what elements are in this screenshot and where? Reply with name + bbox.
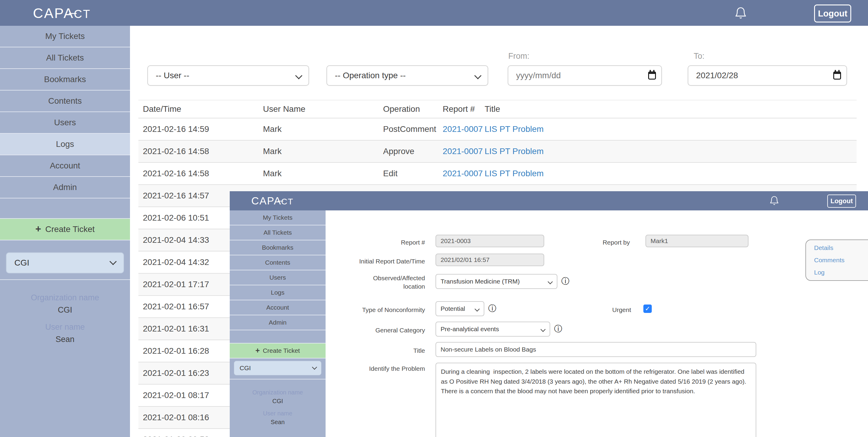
- cell-report: 2021-0007: [443, 169, 485, 178]
- chevron-down-icon: [295, 72, 302, 79]
- logo-dash: [69, 13, 77, 14]
- info-icon[interactable]: ⓘ: [554, 325, 562, 333]
- chevron-down-icon: [109, 258, 117, 265]
- sidebar-spacer: [230, 330, 326, 344]
- general-category-label: General Category: [326, 326, 425, 334]
- observed-location-select[interactable]: Transfusion Medicine (TRM): [435, 274, 557, 289]
- info-icon[interactable]: ⓘ: [561, 277, 569, 285]
- table-row: 2021-02-16 14:58MarkApprove2021-0007LIS …: [138, 141, 857, 163]
- sidebar-item-all-tickets[interactable]: All Tickets: [230, 225, 326, 240]
- col-datetime: Date/Time: [143, 104, 263, 114]
- urgent-label: Urgent: [581, 306, 631, 314]
- organization-select-value: CGI: [240, 365, 251, 372]
- cell-operation: Approve: [383, 147, 443, 156]
- user-filter-select[interactable]: -- User --: [147, 65, 309, 86]
- observed-location-label: Observed/Affected location: [365, 274, 425, 291]
- ticket-title-input[interactable]: [435, 342, 756, 357]
- ticket-title-link[interactable]: LIS PT Problem: [485, 169, 544, 178]
- operation-type-filter-select[interactable]: -- Operation type --: [327, 65, 488, 86]
- report-link[interactable]: 2021-0007: [443, 147, 483, 156]
- from-date-input[interactable]: [508, 65, 662, 86]
- sidebar-item-users[interactable]: Users: [0, 112, 130, 134]
- organization-name-value: CGI: [0, 305, 130, 315]
- sidebar-item-logs[interactable]: Logs: [0, 134, 130, 155]
- organization-select[interactable]: CGI: [234, 361, 321, 375]
- organization-select[interactable]: CGI: [6, 252, 124, 273]
- logo-dash: [278, 201, 283, 202]
- info-icon[interactable]: ⓘ: [488, 304, 496, 313]
- main-topbar: CAPACT Logout: [0, 0, 868, 26]
- cell-datetime: 2021-02-16 14:59: [143, 124, 263, 134]
- panel-link-log[interactable]: Log: [814, 269, 868, 276]
- sidebar-item-contents[interactable]: Contents: [0, 90, 130, 112]
- sidebar-item-bookmarks[interactable]: Bookmarks: [0, 69, 130, 90]
- sidebar-items: My TicketsAll TicketsBookmarksContentsUs…: [230, 210, 326, 330]
- cell-title: LIS PT Problem: [485, 147, 857, 156]
- report-by-field: Mark1: [646, 235, 748, 247]
- sidebar-spacer: [0, 198, 130, 219]
- logout-button[interactable]: Logout: [814, 4, 851, 23]
- ticket-title-link[interactable]: LIS PT Problem: [485, 124, 544, 134]
- identify-problem-textarea[interactable]: During a cleaning inspection, 2 labels w…: [435, 363, 756, 437]
- chevron-down-icon: [312, 365, 317, 370]
- report-number-label: Report #: [326, 238, 425, 247]
- calendar-icon[interactable]: [648, 71, 656, 80]
- create-ticket-button[interactable]: + Create Ticket: [0, 219, 130, 240]
- cell-title: LIS PT Problem: [485, 169, 857, 178]
- app-logo: CAPACT: [251, 195, 293, 207]
- urgent-checkbox[interactable]: [643, 304, 652, 313]
- sidebar-item-bookmarks[interactable]: Bookmarks: [230, 240, 326, 255]
- observed-location-value: Transfusion Medicine (TRM): [441, 278, 520, 285]
- sidebar-item-all-tickets[interactable]: All Tickets: [0, 47, 130, 69]
- report-link[interactable]: 2021-0007: [443, 124, 483, 134]
- organization-name-label: Organization name: [0, 293, 130, 302]
- cell-title: LIS PT Problem: [485, 124, 857, 134]
- plus-icon: +: [255, 346, 260, 355]
- sidebar-item-users[interactable]: Users: [230, 270, 326, 285]
- main-sidebar: My TicketsAll TicketsBookmarksContentsUs…: [0, 26, 130, 437]
- col-report: Report #: [443, 104, 485, 114]
- report-number-field: 2021-0003: [435, 235, 544, 247]
- org-select-row: CGI: [230, 358, 326, 379]
- notifications-bell-icon[interactable]: [734, 6, 748, 20]
- app-logo: CAPACT: [33, 5, 91, 21]
- from-date-wrap: [508, 65, 662, 86]
- sidebar-item-my-tickets[interactable]: My Tickets: [230, 210, 326, 225]
- create-ticket-button[interactable]: + Create Ticket: [230, 344, 326, 358]
- user-name-value: Sean: [0, 335, 130, 344]
- cell-username: Mark: [263, 147, 383, 156]
- sidebar-item-account[interactable]: Account: [230, 300, 326, 315]
- calendar-icon[interactable]: [833, 71, 841, 80]
- col-title: Title: [485, 104, 857, 114]
- sidebar-item-logs[interactable]: Logs: [230, 285, 326, 300]
- general-category-select[interactable]: Pre-analytical events: [435, 322, 550, 337]
- organization-select-value: CGI: [14, 258, 29, 268]
- report-link[interactable]: 2021-0007: [443, 169, 483, 178]
- general-category-value: Pre-analytical events: [441, 325, 499, 333]
- sidebar-item-my-tickets[interactable]: My Tickets: [0, 26, 130, 47]
- user-name-label: User name: [230, 410, 326, 417]
- logout-button[interactable]: Logout: [827, 195, 856, 208]
- panel-link-comments[interactable]: Comments: [814, 257, 868, 264]
- org-select-row: CGI: [0, 240, 130, 280]
- sidebar-item-account[interactable]: Account: [0, 155, 130, 177]
- cell-operation: PostComment: [383, 124, 443, 134]
- sidebar-item-contents[interactable]: Contents: [230, 255, 326, 270]
- chevron-down-icon: [475, 307, 480, 312]
- panel-link-details[interactable]: Details: [814, 244, 868, 252]
- chevron-down-icon: [540, 327, 546, 332]
- create-ticket-label: Create Ticket: [263, 347, 300, 354]
- sidebar-item-admin[interactable]: Admin: [0, 177, 130, 198]
- notifications-bell-icon[interactable]: [769, 195, 780, 206]
- cell-datetime: 2021-02-16 14:58: [143, 147, 263, 156]
- logs-table-header: Date/TimeUser NameOperationReport #Title: [138, 100, 857, 118]
- logo-text: CAPA: [251, 195, 282, 206]
- sidebar-item-admin[interactable]: Admin: [230, 315, 326, 330]
- ticket-title-link[interactable]: LIS PT Problem: [485, 147, 544, 156]
- nonconformity-type-value: Potential: [441, 305, 465, 312]
- to-date-input[interactable]: [688, 65, 847, 86]
- nonconformity-type-select[interactable]: Potential: [435, 301, 484, 316]
- cell-username: Mark: [263, 124, 383, 134]
- sidebar-meta: Organization name CGI User name Sean: [0, 280, 130, 344]
- initial-report-datetime-field: 2021/02/01 16:57: [435, 254, 544, 266]
